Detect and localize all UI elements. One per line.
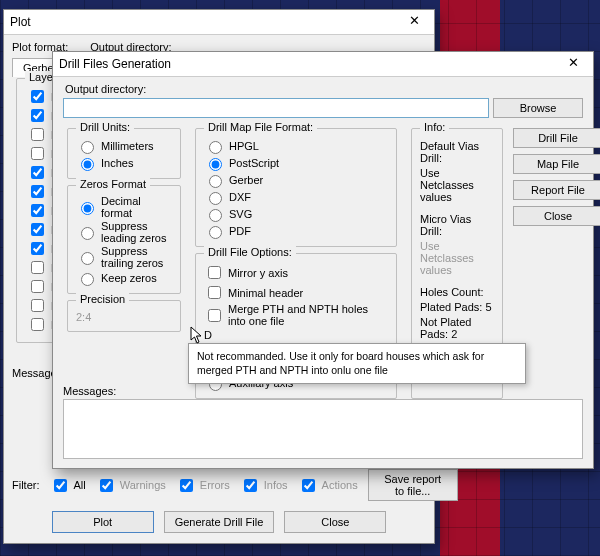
drill-messages-box[interactable]: [63, 399, 583, 459]
mapfmt-label: Drill Map File Format:: [204, 121, 317, 133]
info-notplated: Not Plated Pads: 2: [420, 316, 494, 340]
mapfmt-gerber[interactable]: Gerber: [204, 172, 388, 188]
filter-actions[interactable]: Actions: [298, 476, 358, 495]
zeros-label: Zeros Format: [76, 178, 150, 190]
opt-mirror-y[interactable]: Mirror y axis: [204, 263, 388, 282]
drill-close-icon[interactable]: ✕: [559, 55, 587, 73]
zeros-decimal[interactable]: Decimal format: [76, 195, 172, 219]
plot-button[interactable]: Plot: [52, 511, 154, 533]
precision-label: Precision: [76, 293, 129, 305]
merge-tooltip: Not recommanded. Use it only for board h…: [188, 343, 526, 384]
drill-messages-label: Messages:: [63, 385, 583, 397]
info-holes: Holes Count:: [420, 286, 494, 298]
zeros-slz[interactable]: Suppress leading zeros: [76, 220, 172, 244]
save-report-button[interactable]: Save report to file...: [368, 469, 458, 501]
info-micro-vias: Micro Vias Drill:: [420, 213, 494, 237]
opt-merge-pth-npth[interactable]: Merge PTH and NPTH holes into one file: [204, 303, 388, 327]
drill-title: Drill Files Generation: [59, 57, 171, 71]
mapfmt-dxf[interactable]: DXF: [204, 189, 388, 205]
drill-file-button[interactable]: Drill File: [513, 128, 600, 148]
filter-infos[interactable]: Infos: [240, 476, 288, 495]
generate-drill-button[interactable]: Generate Drill File: [164, 511, 275, 533]
filter-errors[interactable]: Errors: [176, 476, 230, 495]
drill-outdir-label: Output directory:: [65, 83, 583, 95]
opt-minimal-header[interactable]: Minimal header: [204, 283, 388, 302]
units-in[interactable]: Inches: [76, 155, 172, 171]
drill-dialog: Drill Files Generation ✕ Output director…: [52, 51, 594, 469]
browse-button[interactable]: Browse: [493, 98, 583, 118]
fileopts-label: Drill File Options:: [204, 246, 296, 258]
mapfmt-hpgl[interactable]: HPGL: [204, 138, 388, 154]
info-label: Info:: [420, 121, 449, 133]
filter-warnings[interactable]: Warnings: [96, 476, 166, 495]
zeros-keep[interactable]: Keep zeros: [76, 270, 172, 286]
report-file-button[interactable]: Report File: [513, 180, 600, 200]
plot-close-icon[interactable]: ✕: [400, 13, 428, 31]
precision-value: 2:4: [76, 309, 172, 325]
zeros-stz[interactable]: Suppress trailing zeros: [76, 245, 172, 269]
mapfmt-svg[interactable]: SVG: [204, 206, 388, 222]
filter-all[interactable]: All: [50, 476, 86, 495]
plot-titlebar: Plot ✕: [4, 10, 434, 35]
plot-title: Plot: [10, 15, 31, 29]
drill-units-label: Drill Units:: [76, 121, 134, 133]
info-usenc: Use Netclasses values: [420, 167, 494, 203]
info-plated: Plated Pads: 5: [420, 301, 494, 313]
mapfmt-pdf[interactable]: PDF: [204, 223, 388, 239]
units-mm[interactable]: Millimeters: [76, 138, 172, 154]
drill-close-button[interactable]: Close: [513, 206, 600, 226]
drill-outdir-input[interactable]: [63, 98, 489, 118]
plot-close-button[interactable]: Close: [284, 511, 386, 533]
info-usenc2: Use Netclasses values: [420, 240, 494, 276]
filter-label: Filter:: [12, 479, 40, 491]
map-file-button[interactable]: Map File: [513, 154, 600, 174]
drill-titlebar: Drill Files Generation ✕: [53, 52, 593, 77]
opt-drill-origin-hidden[interactable]: D: [204, 329, 388, 341]
info-default-vias: Default Vias Drill:: [420, 140, 494, 164]
mapfmt-postscript[interactable]: PostScript: [204, 155, 388, 171]
